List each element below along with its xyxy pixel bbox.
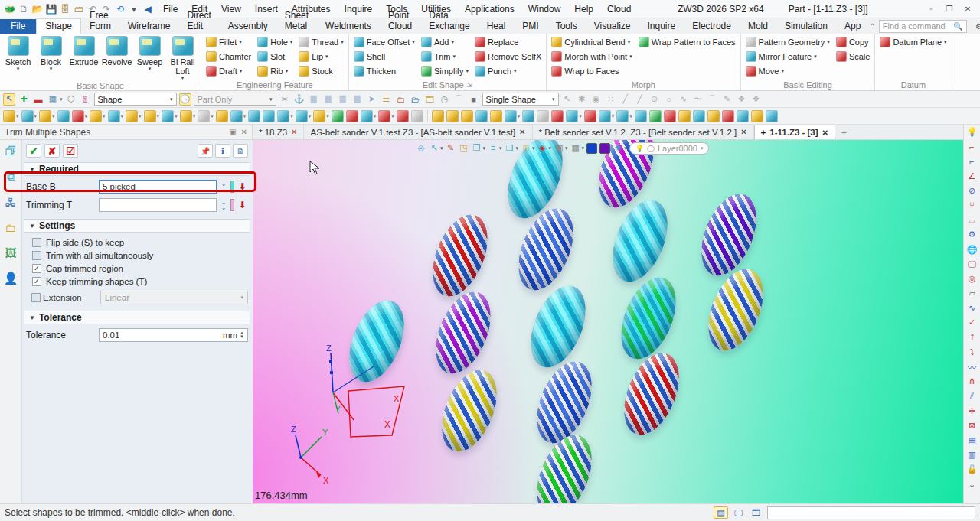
section-required[interactable]: ▼Required	[24, 162, 250, 176]
lip-button[interactable]: Lip▾	[296, 49, 345, 63]
tab-close-icon[interactable]: ✕	[291, 128, 297, 136]
stop-icon[interactable]: ■	[468, 93, 480, 106]
pick-list-icon[interactable]: ☰	[381, 93, 393, 106]
crosshair-icon[interactable]: ✛	[966, 405, 978, 417]
auto-regen-icon[interactable]: 🕓	[179, 93, 191, 106]
pick-sheet-icon[interactable]: 🗔	[424, 93, 436, 106]
minimize-button[interactable]: ▫	[922, 2, 940, 17]
pen-line-icon[interactable]: ✎	[721, 93, 733, 106]
tab-point-cloud[interactable]: Point Cloud	[380, 8, 420, 34]
document-tab[interactable]: * Belt sender set V.1.2..Z3 - [Belt send…	[533, 125, 754, 139]
tab-simulation[interactable]: Simulation	[776, 19, 836, 34]
stock-tool-icon[interactable]	[216, 110, 228, 122]
bi-rail-loft-button[interactable]: Bi Rail Loft▾	[167, 34, 198, 80]
shell-tool-icon[interactable]	[230, 110, 243, 122]
hatch-icon[interactable]: ⫽	[966, 390, 978, 402]
tab-data-exchange[interactable]: Data Exchange	[420, 8, 478, 34]
spline-icon[interactable]: ∿	[678, 93, 690, 106]
magnify-icon[interactable]	[599, 110, 611, 122]
history-browser-icon[interactable]: 🖧	[5, 196, 17, 209]
tab-sheet-metal[interactable]: Sheet Metal	[276, 8, 317, 34]
filter-curve-icon[interactable]: 🀫	[337, 93, 349, 106]
pick-target-icon[interactable]: ↖	[429, 143, 439, 154]
scope-combo[interactable]: Part Only▾	[194, 93, 276, 106]
xyz-icon[interactable]: ⋔	[966, 376, 978, 387]
zebra-icon[interactable]	[678, 110, 691, 122]
sketch-pen-icon[interactable]: ✎	[446, 143, 456, 154]
display-mode-icon[interactable]: ▣	[554, 143, 564, 154]
trimming-t-input[interactable]	[99, 198, 217, 212]
fillet-tool-icon[interactable]	[126, 110, 138, 122]
pointer-icon[interactable]: ↖	[561, 93, 573, 106]
bom-table-icon[interactable]: ▥	[966, 449, 978, 461]
thicken-tool-icon[interactable]	[263, 110, 275, 122]
sweep-tool-icon[interactable]	[90, 110, 102, 122]
chamfer-tool-icon[interactable]	[144, 110, 156, 122]
flip-side-s-to-keep-checkbox[interactable]	[32, 238, 41, 247]
split-tool-icon[interactable]	[313, 110, 325, 122]
loop-icon[interactable]: ⌒	[453, 93, 466, 106]
line-icon[interactable]: ╱	[619, 93, 632, 106]
loft-tool-icon[interactable]	[108, 110, 120, 122]
orient-icon[interactable]: ◈	[537, 143, 548, 154]
lock-icon[interactable]: 🔓	[966, 464, 978, 475]
edge-color-swatch[interactable]	[599, 143, 610, 154]
replace-tool-icon[interactable]	[346, 110, 358, 122]
circle-icon[interactable]: ○	[663, 93, 675, 106]
angle-dim-icon[interactable]: ∠	[966, 171, 978, 182]
lasso-icon[interactable]: ⬡	[65, 93, 77, 106]
scale-button[interactable]: Scale	[834, 49, 873, 63]
spring-icon[interactable]: 〰	[966, 361, 978, 373]
datum-plane-button[interactable]: Datum Plane▾	[877, 34, 949, 49]
fillet-button[interactable]: Fillet▾	[204, 34, 253, 49]
document-tab[interactable]: AS-belt sander V.1.test.Z3 - [AS-belt sa…	[304, 125, 532, 139]
extension-checkbox[interactable]	[31, 293, 41, 302]
gear-point-icon[interactable]: ✱	[576, 93, 588, 106]
hole-button[interactable]: Hole▾	[255, 34, 295, 49]
ribbon-collapse-icon[interactable]: ⌃	[869, 22, 875, 31]
cancel-button[interactable]: ✘	[44, 144, 60, 158]
tab-inquire[interactable]: Inquire	[639, 19, 684, 34]
prompt-toggle-icon[interactable]: ▤	[714, 506, 728, 519]
tab-close-icon[interactable]: ✕	[519, 128, 525, 136]
document-tab[interactable]: * 18.Z3✕	[253, 125, 304, 139]
globe-icon[interactable]	[766, 110, 778, 122]
slot-button[interactable]: Slot	[255, 49, 295, 63]
block-tool-icon[interactable]	[21, 110, 34, 122]
document-tab[interactable]: +1-11.Z3 - [3]✕	[754, 125, 835, 139]
cylindrical-bend-button[interactable]: Cylindrical Bend▾	[549, 34, 634, 49]
extrude-tool-icon[interactable]	[57, 110, 70, 122]
thread-button[interactable]: Thread▾	[296, 34, 345, 49]
exit-target-icon[interactable]: ⎆	[416, 143, 426, 154]
tab-visualize[interactable]: Visualize	[586, 19, 639, 34]
face-icon[interactable]: ❖	[736, 93, 748, 106]
tab-shape[interactable]: Shape	[36, 18, 81, 34]
visualize-browser-icon[interactable]: 🖼	[5, 246, 17, 259]
block-button[interactable]: Block▾	[35, 34, 67, 71]
trim-tool-icon[interactable]	[296, 110, 308, 122]
pattern-tool-icon[interactable]	[411, 110, 423, 122]
table-icon[interactable]: ▤	[966, 435, 978, 446]
circle-center-icon[interactable]: ⊙	[648, 93, 661, 106]
face-color-swatch[interactable]	[586, 143, 597, 154]
add-selection-icon[interactable]: ✚	[18, 93, 30, 106]
selection-set-icon[interactable]: ▦	[47, 93, 59, 106]
wrap-tool-icon[interactable]	[397, 110, 409, 122]
reference-browser-icon[interactable]: ⧉	[7, 170, 15, 184]
plane-rect-icon[interactable]: ▱	[966, 288, 978, 299]
wrap-to-faces-button[interactable]: Wrap to Faces	[549, 63, 634, 78]
section-settings[interactable]: ▼Settings	[24, 219, 250, 233]
check-icon[interactable]: ✓	[966, 317, 978, 328]
tab-close-icon[interactable]: ✕	[740, 128, 746, 136]
pin-icon[interactable]: 📌	[198, 144, 213, 158]
draft-button[interactable]: Draft▾	[204, 63, 253, 78]
form-icon[interactable]: 🗔	[749, 506, 763, 519]
user-browser-icon[interactable]: 👤	[4, 272, 18, 285]
hide-view-icon[interactable]: ⊠	[966, 420, 978, 431]
measure-angle-icon[interactable]	[446, 110, 459, 122]
base-b-input[interactable]: 5 picked	[99, 180, 217, 194]
sketch-button[interactable]: Sketch▾	[2, 34, 34, 71]
polyline-icon[interactable]: ╱	[634, 93, 646, 106]
remove-selection-icon[interactable]: ▬	[32, 93, 44, 106]
tab-free-form[interactable]: Free Form	[81, 8, 119, 34]
